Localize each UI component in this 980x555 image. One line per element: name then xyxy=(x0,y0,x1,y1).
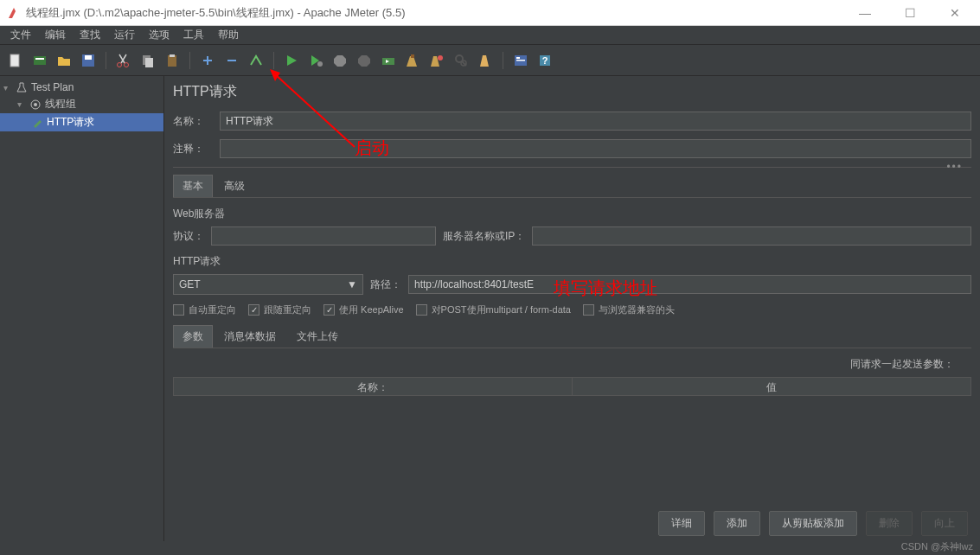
httpreq-section: HTTP请求 xyxy=(173,254,971,269)
tree-threadgroup[interactable]: ▾ 线程组 xyxy=(0,95,163,113)
copy-icon[interactable] xyxy=(138,50,158,71)
svg-point-6 xyxy=(125,62,129,67)
svg-rect-8 xyxy=(145,58,153,67)
pipette-icon xyxy=(31,117,43,129)
svg-marker-15 xyxy=(334,55,346,67)
chevron-down-icon: ▼ xyxy=(347,278,357,290)
menubar: 文件 编辑 查找 运行 选项 工具 帮助 xyxy=(0,26,980,45)
shutdown-icon[interactable] xyxy=(354,50,375,71)
up-button[interactable]: 向上 xyxy=(921,511,968,536)
watermark: CSDN @杀神lwz xyxy=(901,540,973,553)
toggle-icon[interactable] xyxy=(246,50,266,71)
clear-all-icon[interactable] xyxy=(426,50,447,71)
window-title: 线程组.jmx (D:\.m2\apache-jmeter-5.5\bin\线程… xyxy=(26,5,850,21)
cb-auto-redirect[interactable]: 自动重定向 xyxy=(173,303,236,316)
svg-point-19 xyxy=(438,55,443,61)
gear-icon xyxy=(29,99,42,111)
col-value: 值 xyxy=(573,378,970,395)
detail-button[interactable]: 详细 xyxy=(658,511,705,536)
svg-rect-4 xyxy=(85,55,92,60)
close-button[interactable]: ✕ xyxy=(940,4,970,22)
start-icon[interactable] xyxy=(281,50,302,71)
tab-advanced[interactable]: 高级 xyxy=(215,175,254,197)
name-input[interactable] xyxy=(220,112,971,131)
collapse-icon[interactable] xyxy=(221,50,242,71)
tree-httprequest[interactable]: HTTP请求 xyxy=(0,113,163,131)
config-tabs: 基本 高级 xyxy=(173,175,971,198)
menu-tools[interactable]: 工具 xyxy=(178,26,209,44)
app-icon xyxy=(7,6,21,20)
svg-text:?: ? xyxy=(542,55,548,66)
cb-keepalive[interactable]: 使用 KeepAlive xyxy=(323,303,404,316)
server-label: 服务器名称或IP： xyxy=(443,229,525,244)
svg-rect-10 xyxy=(170,54,175,57)
flask-icon xyxy=(16,81,28,93)
clear-icon[interactable] xyxy=(402,50,423,71)
comments-label: 注释： xyxy=(173,142,215,156)
protocol-input[interactable] xyxy=(211,226,436,246)
method-select[interactable]: GET ▼ xyxy=(173,274,363,295)
tab-files[interactable]: 文件上传 xyxy=(287,325,348,348)
maximize-button[interactable]: ☐ xyxy=(895,4,925,22)
tree-testplan[interactable]: ▾ Test Plan xyxy=(0,80,163,95)
svg-point-29 xyxy=(34,103,37,106)
comments-input[interactable] xyxy=(220,139,971,158)
svg-point-14 xyxy=(317,61,323,67)
menu-edit[interactable]: 编辑 xyxy=(40,26,71,44)
menu-options[interactable]: 选项 xyxy=(144,26,175,44)
expand-arrow-icon[interactable]: ▾ xyxy=(3,83,12,92)
toolbar: ? xyxy=(0,45,980,76)
cb-browser-compat[interactable]: 与浏览器兼容的头 xyxy=(583,303,675,316)
cut-icon[interactable] xyxy=(113,50,134,71)
menu-run[interactable]: 运行 xyxy=(109,26,140,44)
params-table-header: 名称： 值 xyxy=(173,377,971,396)
tree-label: HTTP请求 xyxy=(47,115,94,130)
from-clipboard-button[interactable]: 从剪贴板添加 xyxy=(769,511,857,536)
search-icon[interactable] xyxy=(451,50,471,71)
param-tabs: 参数 消息体数据 文件上传 xyxy=(173,325,971,348)
tab-body[interactable]: 消息体数据 xyxy=(215,325,285,348)
bottom-buttons: 详细 添加 从剪贴板添加 删除 向上 xyxy=(658,511,968,536)
server-input[interactable] xyxy=(532,226,971,246)
path-input[interactable] xyxy=(408,275,971,294)
path-label: 路径： xyxy=(370,278,401,292)
name-label: 名称： xyxy=(173,114,215,129)
remote-start-icon[interactable] xyxy=(378,50,399,71)
help-icon[interactable]: ? xyxy=(535,50,555,71)
open-icon[interactable] xyxy=(54,50,74,71)
dots-icon: ••• xyxy=(946,161,963,173)
expand-arrow-icon[interactable]: ▾ xyxy=(17,99,26,109)
svg-rect-2 xyxy=(35,58,44,60)
stop-icon[interactable] xyxy=(330,50,350,71)
expand-icon[interactable] xyxy=(197,50,218,71)
add-button[interactable]: 添加 xyxy=(714,511,760,536)
svg-rect-25 xyxy=(516,60,525,61)
tab-basic[interactable]: 基本 xyxy=(173,175,213,197)
tree-label: Test Plan xyxy=(31,81,74,93)
cb-multipart[interactable]: 对POST使用multipart / form-data xyxy=(416,303,571,316)
menu-help[interactable]: 帮助 xyxy=(213,26,244,44)
params-table-body[interactable] xyxy=(173,396,971,491)
start-no-pause-icon[interactable] xyxy=(305,50,326,71)
paste-icon[interactable] xyxy=(162,50,183,71)
minimize-button[interactable]: ― xyxy=(850,4,880,22)
panel-title: HTTP请求 xyxy=(173,83,971,101)
svg-rect-1 xyxy=(34,56,46,65)
content-panel: HTTP请求 名称： 注释： ••• 基本 高级 Web服务器 协议： 服务器名… xyxy=(164,76,980,541)
clear-search-icon[interactable] xyxy=(475,50,496,71)
new-icon[interactable] xyxy=(5,50,26,71)
menu-file[interactable]: 文件 xyxy=(5,26,36,44)
method-value: GET xyxy=(179,278,201,290)
webserver-section: Web服务器 xyxy=(173,207,971,221)
cb-follow-redirect[interactable]: 跟随重定向 xyxy=(248,303,311,316)
templates-icon[interactable] xyxy=(29,50,50,71)
menu-search[interactable]: 查找 xyxy=(74,26,106,44)
delete-button[interactable]: 删除 xyxy=(866,511,913,536)
svg-rect-24 xyxy=(516,57,520,59)
tree-panel: ▾ Test Plan ▾ 线程组 HTTP请求 xyxy=(0,76,164,541)
function-helper-icon[interactable] xyxy=(510,50,531,71)
save-icon[interactable] xyxy=(78,50,99,71)
tree-label: 线程组 xyxy=(45,97,76,112)
tab-params[interactable]: 参数 xyxy=(173,325,213,348)
params-send-label: 同请求一起发送参数： xyxy=(173,357,971,372)
